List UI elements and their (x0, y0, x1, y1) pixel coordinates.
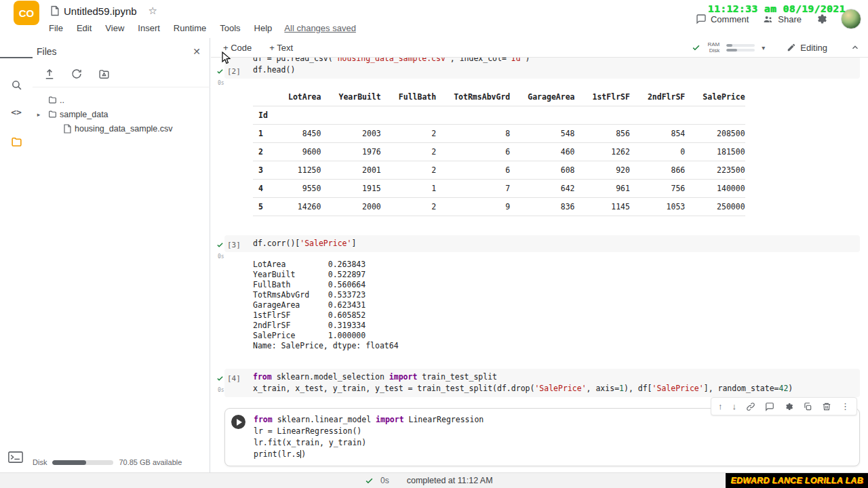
move-cell-down-icon[interactable]: ↓ (732, 401, 737, 411)
files-panel-header: Files ✕ (33, 38, 210, 65)
cell-exec-badge: [3] (216, 239, 241, 251)
colab-app: CO Untitled59.ipynb ☆ File Edit View Ins… (0, 0, 868, 488)
exec-time: 0s (218, 77, 224, 89)
df-cell: 854 (630, 125, 685, 143)
df-cell: 181500 (685, 143, 745, 161)
df-cell: 7 (436, 180, 510, 198)
link-cell-icon[interactable] (746, 402, 755, 411)
menu-edit[interactable]: Edit (70, 23, 98, 33)
df-cell: 2000 (321, 198, 380, 216)
focused-code-cell[interactable]: from sklearn.linear_model import LinearR… (224, 408, 860, 466)
comment-button[interactable]: Comment (696, 14, 749, 24)
menu-view[interactable]: View (98, 23, 131, 33)
terminal-icon[interactable] (8, 451, 23, 463)
search-icon[interactable] (0, 75, 33, 95)
menu-runtime[interactable]: Runtime (167, 23, 213, 33)
app-header: CO Untitled59.ipynb ☆ File Edit View Ins… (0, 0, 868, 38)
cell-exec-badge: [4] (216, 373, 241, 384)
folder-icon (45, 96, 60, 104)
menu-bar: File Edit View Insert Runtime Tools Help… (42, 20, 356, 35)
comment-label: Comment (711, 14, 749, 24)
menu-tools[interactable]: Tools (213, 23, 247, 33)
share-label: Share (778, 14, 802, 24)
more-actions-icon[interactable]: ⋮ (841, 401, 850, 411)
disk-meter-bar (726, 49, 755, 52)
pencil-icon (787, 43, 796, 52)
file-icon (60, 124, 75, 134)
add-comment-icon[interactable] (765, 402, 774, 411)
menu-help[interactable]: Help (248, 23, 279, 33)
table-of-contents-icon[interactable] (0, 47, 33, 68)
files-panel-actions (33, 65, 210, 87)
editing-mode-button[interactable]: Editing (787, 43, 827, 53)
series-output: LotArea 0.263843 YearBuilt 0.522897 Full… (253, 260, 860, 351)
collapse-header-chevron-icon[interactable] (850, 43, 860, 52)
mount-drive-icon[interactable] (98, 68, 111, 80)
tree-item-label: .. (60, 96, 64, 105)
autosave-status[interactable]: All changes saved (284, 23, 356, 33)
exec-count: [3] (227, 239, 241, 251)
code-snippets-icon[interactable]: <> (0, 102, 33, 122)
comment-icon (696, 14, 707, 24)
tree-item-housing-csv[interactable]: housing_data_sample.csv (33, 121, 210, 136)
exec-time: 0s (218, 384, 224, 396)
disk-label: Disk (709, 47, 720, 54)
code-cell-4[interactable]: [4] 0s from sklearn.model_selection impo… (224, 369, 860, 397)
df-column-header: GarageArea (510, 88, 574, 106)
status-completed-text: completed at 11:12 AM (407, 476, 493, 485)
star-icon[interactable]: ☆ (149, 5, 157, 17)
delete-cell-trash-icon[interactable] (822, 402, 831, 411)
files-panel-title: Files (37, 46, 57, 57)
exec-count: [2] (227, 66, 241, 77)
settings-gear-icon[interactable] (815, 13, 827, 25)
files-tab-folder-icon[interactable] (0, 131, 33, 152)
df-cell: 8450 (271, 125, 321, 143)
refresh-files-icon[interactable] (71, 68, 83, 80)
df-cell: 2003 (321, 125, 380, 143)
resource-labels: RAM Disk (707, 41, 719, 54)
df-column-header: LotArea (271, 88, 321, 106)
df-cell: 8 (436, 125, 510, 143)
add-text-button[interactable]: + Text (269, 43, 293, 53)
upload-file-icon[interactable] (43, 68, 56, 80)
df-cell: 642 (510, 180, 574, 198)
df-cell: 866 (630, 161, 685, 180)
expand-arrow-icon[interactable]: ▸ (33, 111, 45, 118)
df-column-header: TotRmsAbvGrd (436, 88, 510, 106)
df-cell: 208500 (685, 125, 745, 143)
df-cell: 2 (381, 143, 436, 161)
close-files-panel-icon[interactable]: ✕ (193, 46, 201, 57)
resource-dropdown-caret-icon[interactable]: ▾ (762, 44, 765, 52)
code-cell-3[interactable]: [3] 0s df.corr()['SalePrice'] (224, 235, 860, 252)
cell-success-check-icon (216, 375, 224, 382)
menu-file[interactable]: File (42, 23, 70, 33)
df-column-header: 1stFlrSF (575, 88, 630, 106)
resource-meter[interactable] (726, 44, 755, 52)
menu-insert[interactable]: Insert (131, 23, 167, 33)
share-button[interactable]: Share (762, 14, 802, 24)
df-row: 2960019762646012620181500 (253, 143, 745, 161)
screen-clock-overlay: 11:12:33 am 08/19/2021 (708, 3, 846, 14)
focused-cell-wrapper: ↑ ↓ ⋮ (211, 408, 868, 466)
connected-check-icon (692, 43, 701, 52)
code-line: df.corr()['SalePrice'] (253, 238, 853, 249)
cell-settings-gear-icon[interactable] (784, 402, 793, 411)
colab-logo[interactable]: CO (14, 1, 39, 25)
code-line: print(lr.s) (254, 449, 852, 460)
run-cell-button[interactable] (231, 415, 245, 429)
move-cell-up-icon[interactable]: ↑ (718, 401, 723, 411)
tree-item-parent-dir[interactable]: .. (33, 93, 210, 107)
code-line: lr = LinearRegression() (254, 426, 852, 437)
copy-cell-icon[interactable] (803, 402, 812, 411)
notebook-title[interactable]: Untitled59.ipynb (64, 5, 137, 17)
df-cell: 0 (630, 143, 685, 161)
file-tree: .. ▸ sample_data housing_data_sample.csv (33, 87, 210, 136)
df-row: 18450200328548856854208500 (253, 125, 745, 143)
dataframe-table: LotAreaYearBuiltFullBathTotRmsAbvGrdGara… (253, 88, 745, 216)
df-cell: 1976 (321, 143, 380, 161)
tree-item-sample-data[interactable]: ▸ sample_data (33, 107, 210, 121)
df-cell: 11250 (271, 161, 321, 180)
code-line: from sklearn.linear_model import LinearR… (254, 414, 852, 426)
df-column-header: 2ndFlrSF (630, 88, 685, 106)
df-cell: 1 (381, 180, 436, 198)
